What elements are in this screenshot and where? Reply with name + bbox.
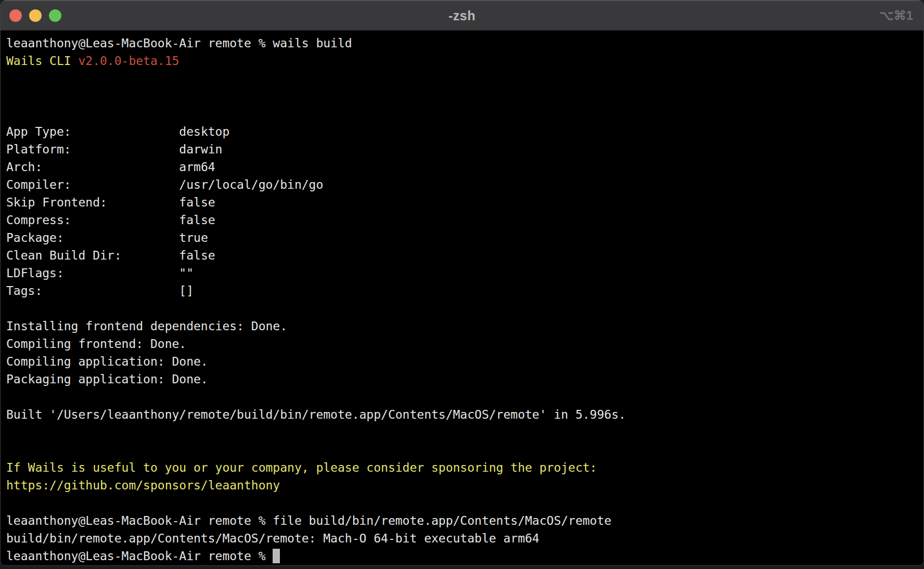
- terminal-body[interactable]: leaanthony@Leas-MacBook-Air remote % wai…: [1, 31, 923, 565]
- terminal-text: leaanthony@Leas-MacBook-Air remote %: [6, 549, 273, 563]
- terminal-line: Installing frontend dependencies: Done.: [6, 317, 923, 335]
- terminal-line: Compiling frontend: Done.: [6, 335, 923, 353]
- terminal-text: Installing frontend dependencies: Done.: [6, 319, 287, 333]
- terminal-line: Compiler: /usr/local/go/bin/go: [6, 176, 923, 193]
- terminal-text: Package:: [6, 231, 179, 244]
- terminal-line: leaanthony@Leas-MacBook-Air remote %: [6, 547, 923, 565]
- terminal-text: darwin: [179, 143, 222, 156]
- terminal-line: Packaging application: Done.: [6, 370, 923, 388]
- terminal-text: https://github.com/sponsors/leaanthony: [6, 479, 280, 492]
- terminal-text: build/bin/remote.app/Contents/MacOS/remo…: [6, 532, 540, 545]
- terminal-line: Skip Frontend: false: [6, 193, 923, 211]
- terminal-line: Compiling application: Done.: [6, 353, 923, 370]
- terminal-text: Compiling frontend: Done.: [6, 337, 186, 351]
- terminal-line: LDFlags: "": [6, 264, 923, 282]
- terminal-text: Platform:: [6, 143, 179, 156]
- terminal-text: v2.0.0-beta.15: [78, 54, 179, 68]
- terminal-text: Compress:: [6, 213, 179, 227]
- terminal-line: Package: true: [6, 229, 923, 247]
- terminal-line: leaanthony@Leas-MacBook-Air remote % wai…: [6, 34, 923, 52]
- terminal-line: [6, 300, 923, 317]
- terminal-text: Built '/Users/leaanthony/remote/build/bi…: [6, 408, 626, 421]
- terminal-text: false: [179, 249, 215, 262]
- terminal-line: [6, 105, 923, 123]
- terminal-text: Arch:: [6, 160, 179, 174]
- terminal-line: Platform: darwin: [6, 140, 923, 158]
- terminal-text: false: [179, 196, 215, 209]
- terminal-text: leaanthony@Leas-MacBook-Air remote % fil…: [6, 514, 611, 527]
- terminal-text: Compiler:: [6, 178, 179, 191]
- terminal-text: "": [179, 266, 194, 280]
- terminal-text: Skip Frontend:: [6, 196, 179, 209]
- terminal-text: Compiling application: Done.: [6, 355, 208, 368]
- terminal-text: desktop: [179, 125, 229, 138]
- terminal-line: Wails CLI v2.0.0-beta.15: [6, 52, 923, 70]
- terminal-text: Packaging application: Done.: [6, 372, 208, 386]
- terminal-line: Clean Build Dir: false: [6, 247, 923, 264]
- terminal-window: -zsh ⌥⌘1 leaanthony@Leas-MacBook-Air rem…: [0, 0, 924, 566]
- terminal-text: arm64: [179, 160, 215, 174]
- terminal-text: []: [179, 284, 194, 298]
- terminal-line: Compress: false: [6, 211, 923, 229]
- terminal-text: Clean Build Dir:: [6, 249, 179, 262]
- terminal-text: Tags:: [6, 284, 179, 298]
- terminal-text: true: [179, 231, 208, 244]
- terminal-text: App Type:: [6, 125, 179, 138]
- terminal-line: Arch: arm64: [6, 158, 923, 176]
- terminal-line: Built '/Users/leaanthony/remote/build/bi…: [6, 406, 923, 423]
- window-titlebar[interactable]: -zsh ⌥⌘1: [1, 1, 923, 31]
- terminal-text: LDFlags:: [6, 266, 179, 280]
- terminal-text: Wails CLI: [6, 54, 78, 68]
- terminal-text: /usr/local/go/bin/go: [179, 178, 323, 191]
- terminal-line: [6, 423, 923, 441]
- terminal-text: If Wails is useful to you or your compan…: [6, 461, 597, 474]
- terminal-line: If Wails is useful to you or your compan…: [6, 459, 923, 476]
- terminal-line: Tags: []: [6, 282, 923, 300]
- terminal-line: [6, 70, 923, 87]
- terminal-text: false: [179, 213, 215, 227]
- terminal-line: leaanthony@Leas-MacBook-Air remote % fil…: [6, 512, 923, 529]
- terminal-line: https://github.com/sponsors/leaanthony: [6, 476, 923, 494]
- terminal-line: [6, 441, 923, 459]
- terminal-line: [6, 388, 923, 406]
- terminal-text: leaanthony@Leas-MacBook-Air remote % wai…: [6, 36, 352, 50]
- text-cursor: [273, 549, 280, 563]
- window-title: -zsh: [1, 8, 923, 23]
- terminal-line: App Type: desktop: [6, 123, 923, 140]
- terminal-line: [6, 87, 923, 105]
- terminal-line: build/bin/remote.app/Contents/MacOS/remo…: [6, 529, 923, 547]
- tab-shortcut-badge: ⌥⌘1: [879, 8, 913, 23]
- terminal-line: [6, 494, 923, 512]
